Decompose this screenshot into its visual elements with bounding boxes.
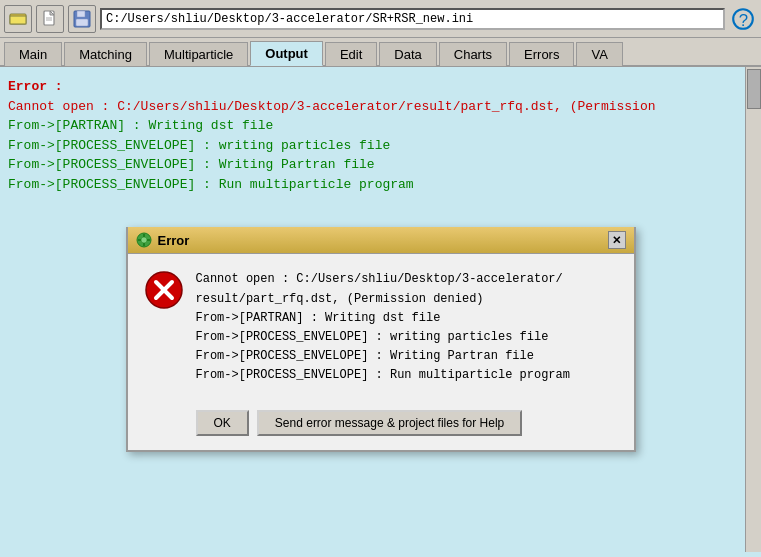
- svg-rect-14: [143, 243, 145, 246]
- open-icon: [8, 9, 28, 29]
- new-icon: [40, 9, 60, 29]
- tab-main[interactable]: Main: [4, 42, 62, 66]
- svg-rect-2: [10, 16, 26, 24]
- svg-rect-16: [147, 239, 150, 241]
- dialog-msg-line2: result/part_rfq.dst, (Permission denied): [196, 290, 570, 309]
- dialog-close-button[interactable]: ✕: [608, 231, 626, 249]
- help-icon: ?: [729, 5, 757, 33]
- dialog-overlay: Error ✕ Cannot open : C:/Users/shliu/Des…: [0, 67, 761, 552]
- tab-output[interactable]: Output: [250, 41, 323, 66]
- dialog-title-text: Error: [158, 233, 602, 248]
- dialog-buttons: OK Send error message & project files fo…: [128, 402, 634, 450]
- dialog-msg-line3: From->[PARTRAN] : Writing dst file: [196, 309, 570, 328]
- save-icon-btn[interactable]: [68, 5, 96, 33]
- dialog-error-icon: [144, 270, 184, 310]
- dialog-msg-line5: From->[PROCESS_ENVELOPE] : Writing Partr…: [196, 347, 570, 366]
- dialog-msg-line4: From->[PROCESS_ENVELOPE] : writing parti…: [196, 328, 570, 347]
- tab-data[interactable]: Data: [379, 42, 436, 66]
- svg-rect-13: [143, 234, 145, 237]
- svg-text:?: ?: [739, 11, 748, 30]
- svg-rect-8: [76, 19, 88, 26]
- dialog-title-icon: [136, 232, 152, 248]
- dialog-help-button[interactable]: Send error message & project files for H…: [257, 410, 522, 436]
- tab-errors[interactable]: Errors: [509, 42, 574, 66]
- svg-point-12: [141, 237, 147, 243]
- svg-rect-15: [138, 239, 141, 241]
- svg-rect-7: [77, 11, 85, 17]
- dialog-message: Cannot open : C:/Users/shliu/Desktop/3-a…: [196, 270, 570, 385]
- tab-matching[interactable]: Matching: [64, 42, 147, 66]
- tab-edit[interactable]: Edit: [325, 42, 377, 66]
- address-bar[interactable]: [100, 8, 725, 30]
- tab-multiparticle[interactable]: Multiparticle: [149, 42, 248, 66]
- toolbar: ?: [0, 0, 761, 38]
- open-icon-btn[interactable]: [4, 5, 32, 33]
- error-dialog: Error ✕ Cannot open : C:/Users/shliu/Des…: [126, 227, 636, 451]
- tab-va[interactable]: VA: [576, 42, 622, 66]
- new-icon-btn[interactable]: [36, 5, 64, 33]
- dialog-msg-line1: Cannot open : C:/Users/shliu/Desktop/3-a…: [196, 270, 570, 289]
- dialog-msg-line6: From->[PROCESS_ENVELOPE] : Run multipart…: [196, 366, 570, 385]
- dialog-titlebar: Error ✕: [128, 227, 634, 254]
- dialog-ok-button[interactable]: OK: [196, 410, 249, 436]
- tab-charts[interactable]: Charts: [439, 42, 507, 66]
- save-icon: [72, 9, 92, 29]
- content-area: Error : Cannot open : C:/Users/shliu/Des…: [0, 67, 761, 552]
- tab-bar: Main Matching Multiparticle Output Edit …: [0, 38, 761, 67]
- dialog-body: Cannot open : C:/Users/shliu/Desktop/3-a…: [128, 254, 634, 401]
